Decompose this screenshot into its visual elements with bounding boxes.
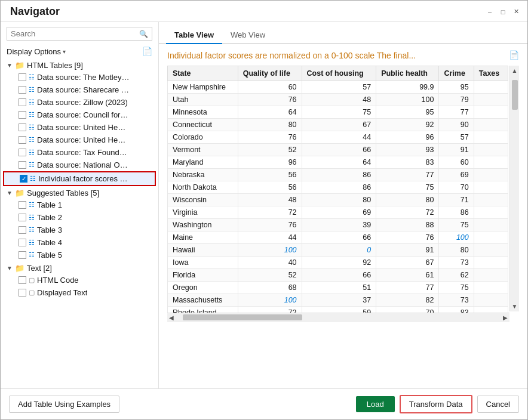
maximize-button[interactable]: □ — [499, 8, 507, 16]
scroll-h-thumb[interactable] — [183, 314, 302, 320]
list-item[interactable]: ☷ Data source: Tax Foundati... — [3, 146, 156, 159]
table-cell: 0 — [302, 243, 376, 256]
close-button[interactable]: ✕ — [512, 8, 520, 16]
table-icon: ☷ — [29, 149, 35, 156]
list-item[interactable]: ☷ Data source: Zillow (2023) — [3, 96, 156, 109]
search-input[interactable] — [11, 29, 139, 38]
table-cell: Maine — [168, 231, 238, 243]
table-cell: 80 — [376, 193, 439, 206]
item-checkbox[interactable] — [19, 136, 26, 144]
group-header-text[interactable]: ▼ 📁 Text [2] — [3, 262, 156, 274]
table-cell: 92 — [376, 118, 439, 131]
table-icon: ☷ — [29, 98, 35, 106]
item-label: Table 3 — [37, 226, 62, 234]
item-checkbox[interactable] — [19, 161, 26, 169]
table-row: New Hampshire605799.995 — [168, 81, 508, 93]
table-cell: 66 — [302, 268, 376, 281]
scroll-down-button[interactable]: ▼ — [510, 301, 519, 311]
item-checkbox[interactable] — [19, 239, 26, 246]
expand-icon: ▼ — [7, 190, 13, 196]
minimize-button[interactable]: – — [486, 8, 494, 16]
list-item[interactable]: ☷ Data source: The Motley F... — [3, 71, 156, 84]
table-cell: New Hampshire — [168, 81, 238, 93]
item-checkbox[interactable] — [19, 149, 26, 156]
item-checkbox[interactable] — [19, 289, 26, 297]
add-table-button[interactable]: Add Table Using Examples — [9, 396, 119, 413]
new-table-icon[interactable]: 📄 — [142, 47, 152, 56]
scroll-thumb[interactable] — [512, 80, 518, 110]
display-options-bar: Display Options ▾ 📄 — [1, 45, 158, 60]
item-label: Table 4 — [37, 238, 62, 247]
search-icon: 🔍 — [139, 30, 148, 38]
load-button[interactable]: Load — [356, 396, 395, 412]
item-checkbox[interactable] — [19, 98, 26, 106]
item-checkbox[interactable] — [19, 123, 26, 131]
table-cell: Oregon — [168, 281, 238, 294]
list-item[interactable]: ▢ HTML Code — [3, 274, 156, 286]
table-cell: 99.9 — [376, 81, 439, 93]
item-checkbox-checked[interactable]: ✓ — [20, 175, 27, 183]
list-item[interactable]: ☷ Data source: Sharecare (20... — [3, 84, 156, 96]
main-content: 🔍 Display Options ▾ 📄 ▼ 📁 HTML Tables [9… — [1, 22, 527, 388]
scroll-left-button[interactable]: ◀ — [167, 313, 176, 322]
table-cell: 100 — [376, 93, 439, 106]
vertical-scrollbar[interactable]: ▲ ▼ — [509, 66, 519, 311]
display-options-button[interactable]: Display Options ▾ — [7, 47, 66, 56]
footer-right: Load Transform Data Cancel — [356, 395, 519, 413]
item-checkbox[interactable] — [19, 73, 26, 81]
table-cell: 100 — [238, 243, 302, 256]
transform-data-button[interactable]: Transform Data — [400, 395, 472, 413]
col-header-state: State — [168, 66, 238, 81]
table-cell: 77 — [439, 106, 474, 118]
list-item[interactable]: ☷ Data source: National Oce... — [3, 159, 156, 171]
horizontal-scrollbar[interactable]: ◀ ▶ — [167, 313, 509, 322]
item-checkbox[interactable] — [19, 214, 26, 221]
list-item[interactable]: ☷ Table 3 — [3, 224, 156, 236]
list-item[interactable]: ☷ Table 2 — [3, 211, 156, 224]
doc-icon: ▢ — [29, 289, 35, 297]
item-checkbox[interactable] — [19, 226, 26, 234]
item-checkbox[interactable] — [19, 201, 26, 209]
tab-table-view[interactable]: Table View — [166, 27, 222, 44]
list-item[interactable]: ☷ Table 4 — [3, 236, 156, 249]
list-item[interactable]: ☷ Data source: United Healt... — [3, 121, 156, 134]
table-cell — [474, 231, 508, 243]
table-cell: 62 — [439, 268, 474, 281]
export-icon[interactable]: 📄 — [509, 50, 519, 60]
list-item[interactable]: ☷ Table 5 — [3, 249, 156, 261]
table-cell: Colorado — [168, 131, 238, 143]
table-cell: 68 — [238, 281, 302, 294]
cancel-button[interactable]: Cancel — [477, 396, 519, 413]
table-cell: 80 — [238, 118, 302, 131]
expand-icon: ▼ — [7, 62, 13, 69]
item-checkbox[interactable] — [19, 86, 26, 94]
table-cell — [474, 156, 508, 168]
table-cell: 82 — [376, 294, 439, 306]
list-item[interactable]: ☷ Data source: Council for C... — [3, 109, 156, 121]
item-checkbox[interactable] — [19, 111, 26, 119]
list-item[interactable]: ▢ Displayed Text — [3, 286, 156, 299]
group-header-suggested-tables[interactable]: ▼ 📁 Suggested Tables [5] — [3, 187, 156, 199]
scroll-up-button[interactable]: ▲ — [510, 66, 519, 76]
table-cell: 66 — [302, 143, 376, 156]
table-row: Vermont52669391 — [168, 143, 508, 156]
table-cell: 57 — [439, 131, 474, 143]
table-cell: 88 — [376, 218, 439, 231]
table-cell: Maryland — [168, 156, 238, 168]
item-label: Displayed Text — [37, 288, 87, 297]
tab-web-view[interactable]: Web View — [222, 27, 274, 44]
list-item[interactable]: ☷ Data source: United Healt... — [3, 134, 156, 146]
scroll-right-button[interactable]: ▶ — [501, 313, 509, 322]
list-item-selected[interactable]: ✓ ☷ Individual factor scores ar... — [3, 171, 156, 186]
table-cell: 52 — [238, 268, 302, 281]
item-checkbox[interactable] — [19, 276, 26, 284]
list-item[interactable]: ☷ Table 1 — [3, 199, 156, 211]
table-scroll-area[interactable]: State Quality of life Cost of housing Pu… — [167, 66, 519, 322]
table-cell: 39 — [302, 218, 376, 231]
item-label: Data source: Tax Foundati... — [37, 148, 130, 157]
table-cell: Wisconsin — [168, 193, 238, 206]
table-cell — [474, 93, 508, 106]
group-header-html-tables[interactable]: ▼ 📁 HTML Tables [9] — [3, 60, 156, 71]
item-checkbox[interactable] — [19, 251, 26, 259]
table-cell: 77 — [376, 281, 439, 294]
